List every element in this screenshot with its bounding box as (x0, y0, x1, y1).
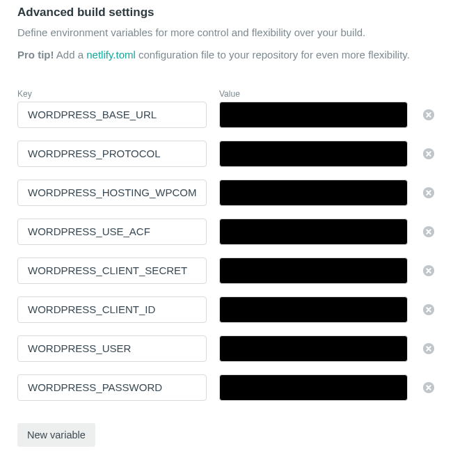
value-input[interactable] (219, 335, 408, 362)
variable-row (17, 219, 436, 245)
variable-row (17, 102, 436, 128)
close-circle-icon (422, 148, 435, 160)
value-input[interactable] (219, 296, 408, 323)
close-circle-icon (422, 225, 435, 238)
new-variable-button[interactable]: New variable (17, 423, 95, 447)
delete-variable-button[interactable] (422, 342, 436, 356)
key-input[interactable] (17, 296, 207, 323)
key-input[interactable] (17, 335, 207, 362)
variables-list (17, 102, 436, 401)
close-circle-icon (422, 303, 435, 316)
key-input[interactable] (17, 180, 207, 206)
value-input[interactable] (219, 180, 408, 206)
value-input[interactable] (219, 374, 408, 401)
protip-before-link: Add a (54, 49, 87, 61)
protip-text: Pro tip! Add a netlify.toml configuratio… (17, 47, 436, 63)
variable-row (17, 335, 436, 362)
variable-row (17, 296, 436, 323)
close-circle-icon (422, 381, 435, 394)
key-input[interactable] (17, 374, 207, 401)
close-circle-icon (422, 187, 435, 199)
protip-after-link: configuration file to your repository fo… (136, 49, 410, 61)
netlify-toml-link[interactable]: netlify.toml (86, 49, 136, 61)
close-circle-icon (422, 264, 435, 277)
column-labels-row: Key Value (17, 89, 436, 99)
variable-row (17, 180, 436, 206)
key-input[interactable] (17, 257, 207, 284)
delete-variable-button[interactable] (422, 303, 436, 317)
delete-variable-button[interactable] (422, 147, 436, 161)
key-column-label: Key (17, 89, 207, 99)
delete-variable-button[interactable] (422, 225, 436, 239)
value-input[interactable] (219, 219, 408, 245)
delete-variable-button[interactable] (422, 186, 436, 200)
close-circle-icon (422, 342, 435, 355)
value-input[interactable] (219, 102, 408, 128)
variable-row (17, 374, 436, 401)
delete-variable-button[interactable] (422, 381, 436, 395)
delete-variable-button[interactable] (422, 264, 436, 278)
variable-row (17, 257, 436, 284)
section-description: Define environment variables for more co… (17, 25, 436, 41)
value-input[interactable] (219, 141, 408, 167)
section-heading: Advanced build settings (17, 6, 436, 19)
variable-row (17, 141, 436, 167)
value-column-label: Value (219, 89, 408, 99)
key-input[interactable] (17, 141, 207, 167)
key-input[interactable] (17, 219, 207, 245)
protip-prefix: Pro tip! (17, 49, 54, 61)
close-circle-icon (422, 109, 435, 121)
value-input[interactable] (219, 257, 408, 284)
delete-variable-button[interactable] (422, 108, 436, 122)
key-input[interactable] (17, 102, 207, 128)
